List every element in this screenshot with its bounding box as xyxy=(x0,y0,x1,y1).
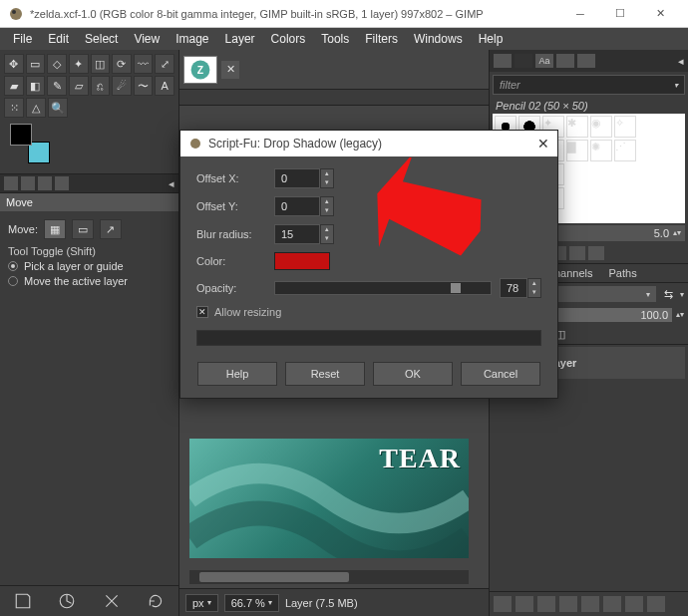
close-window-button[interactable]: ✕ xyxy=(640,0,680,28)
allow-resizing-label: Allow resizing xyxy=(214,306,281,318)
tool-fuzzy-select[interactable]: ✦ xyxy=(69,54,89,74)
svg-point-0 xyxy=(10,8,22,20)
canvas-image[interactable]: TEAR xyxy=(189,439,469,558)
tool-options-tabs: ◂ xyxy=(0,173,178,193)
new-layer-icon[interactable] xyxy=(494,596,512,612)
brush-tab[interactable] xyxy=(494,54,512,68)
mask-layer-icon[interactable] xyxy=(625,596,643,612)
menu-image[interactable]: Image xyxy=(169,30,215,48)
image-tab-zelda[interactable]: Z xyxy=(183,56,217,84)
opacity-slider[interactable] xyxy=(274,281,492,295)
menu-tools[interactable]: Tools xyxy=(314,30,356,48)
opacity-input[interactable]: 78▴▾ xyxy=(500,278,541,298)
tool-move[interactable]: ✥ xyxy=(4,54,24,74)
move-target-row: Move: ▦ ▭ ↗ xyxy=(8,219,171,239)
mode-switch-icon[interactable]: ⇆ xyxy=(660,288,676,301)
tool-gradient[interactable]: ◧ xyxy=(26,76,46,96)
tool-path[interactable]: 〜 xyxy=(134,76,154,96)
ok-button[interactable]: OK xyxy=(373,362,453,386)
opacity-label: Opacity: xyxy=(196,282,266,294)
cancel-button[interactable]: Cancel xyxy=(461,362,540,386)
tab-paths[interactable]: Paths xyxy=(601,264,645,282)
menu-colors[interactable]: Colors xyxy=(264,30,313,48)
move-active-option[interactable]: Move the active layer xyxy=(8,275,171,287)
h-scrollbar[interactable] xyxy=(189,570,469,584)
move-selection-btn[interactable]: ▭ xyxy=(72,219,94,239)
tab-tool-options[interactable] xyxy=(4,176,18,190)
dup-layer-icon[interactable] xyxy=(581,596,599,612)
help-button[interactable]: Help xyxy=(197,362,277,386)
maximize-button[interactable]: ☐ xyxy=(600,0,640,28)
menu-view[interactable]: View xyxy=(127,30,167,48)
offset-x-input[interactable]: 0▴▾ xyxy=(274,168,334,188)
unit-selector[interactable]: px▾ xyxy=(185,594,218,612)
open-brush-icon[interactable] xyxy=(588,246,604,260)
minimize-button[interactable]: ─ xyxy=(560,0,600,28)
tool-crop[interactable]: ◫ xyxy=(91,54,111,74)
tab-device[interactable] xyxy=(21,176,35,190)
lower-layer-icon[interactable] xyxy=(559,596,577,612)
menu-filters[interactable]: Filters xyxy=(358,30,405,48)
tool-free-select[interactable]: ◇ xyxy=(47,54,67,74)
dialog-close-icon[interactable]: ✕ xyxy=(537,136,549,152)
allow-resizing-checkbox[interactable]: ✕ Allow resizing xyxy=(196,306,541,318)
tool-clone[interactable]: ⎌ xyxy=(91,76,111,96)
dock-menu-icon[interactable]: ◂ xyxy=(678,55,684,68)
dialog-titlebar[interactable]: Script-Fu: Drop Shadow (legacy) ✕ xyxy=(180,131,557,156)
fg-color-swatch[interactable] xyxy=(10,124,32,146)
tool-measure[interactable]: △ xyxy=(26,98,46,118)
reset-button[interactable]: Reset xyxy=(285,362,365,386)
script-fu-icon xyxy=(188,137,202,151)
blur-radius-input[interactable]: 15▴▾ xyxy=(274,224,334,244)
menu-select[interactable]: Select xyxy=(78,30,125,48)
close-tab-icon[interactable]: ✕ xyxy=(221,61,239,79)
move-panel-title: Move xyxy=(0,193,178,211)
tool-text[interactable]: A xyxy=(155,76,174,96)
tool-eraser[interactable]: ▱ xyxy=(69,76,89,96)
color-label: Color: xyxy=(196,255,266,267)
svg-point-1 xyxy=(12,10,16,14)
menu-edit[interactable]: Edit xyxy=(41,30,76,48)
gradient-tab[interactable] xyxy=(577,54,595,68)
menu-file[interactable]: File xyxy=(6,30,39,48)
brush-filter-input[interactable]: filter▾ xyxy=(493,75,685,95)
tab-undo[interactable] xyxy=(38,176,52,190)
font-tab[interactable]: Aa xyxy=(535,54,553,68)
restore-preset-icon[interactable] xyxy=(58,592,76,610)
reset-preset-icon[interactable] xyxy=(147,592,165,610)
tool-warp[interactable]: 〰 xyxy=(134,54,154,74)
refresh-brush-icon[interactable] xyxy=(569,246,585,260)
app-icon xyxy=(8,6,24,22)
tool-rect-select[interactable]: ▭ xyxy=(26,54,46,74)
move-path-btn[interactable]: ↗ xyxy=(100,219,122,239)
color-button[interactable] xyxy=(274,252,330,270)
tool-bucket[interactable]: ▰ xyxy=(4,76,24,96)
new-group-icon[interactable] xyxy=(516,596,533,612)
merge-layer-icon[interactable] xyxy=(603,596,621,612)
tool-scale[interactable]: ⤢ xyxy=(155,54,174,74)
window-title: *zelda.xcf-1.0 (RGB color 8-bit gamma in… xyxy=(30,8,560,20)
ruler-horizontal[interactable] xyxy=(179,90,489,106)
offset-y-input[interactable]: 0▴▾ xyxy=(274,196,334,216)
save-preset-icon[interactable] xyxy=(14,592,32,610)
move-layer-btn[interactable]: ▦ xyxy=(44,219,66,239)
menu-layer[interactable]: Layer xyxy=(218,30,262,48)
pick-layer-option[interactable]: Pick a layer or guide xyxy=(8,260,171,272)
raise-layer-icon[interactable] xyxy=(537,596,555,612)
delete-preset-icon[interactable] xyxy=(103,592,121,610)
pattern-tab[interactable] xyxy=(515,54,532,68)
color-swatch[interactable] xyxy=(10,124,50,163)
tool-picker[interactable]: ⁙ xyxy=(4,98,24,118)
tool-pencil[interactable]: ✎ xyxy=(47,76,67,96)
doc-tab[interactable] xyxy=(556,54,574,68)
tab-images[interactable] xyxy=(55,176,69,190)
dock-menu-icon[interactable]: ◂ xyxy=(169,177,174,190)
tool-smudge[interactable]: ☄ xyxy=(112,76,132,96)
zoom-selector[interactable]: 66.7 %▾ xyxy=(224,594,279,612)
tool-rotate[interactable]: ⟳ xyxy=(112,54,132,74)
menu-help[interactable]: Help xyxy=(472,30,511,48)
tool-zoom[interactable]: 🔍 xyxy=(48,98,68,118)
delete-layer-icon[interactable] xyxy=(647,596,665,612)
svg-point-6 xyxy=(190,139,200,149)
menu-windows[interactable]: Windows xyxy=(407,30,470,48)
